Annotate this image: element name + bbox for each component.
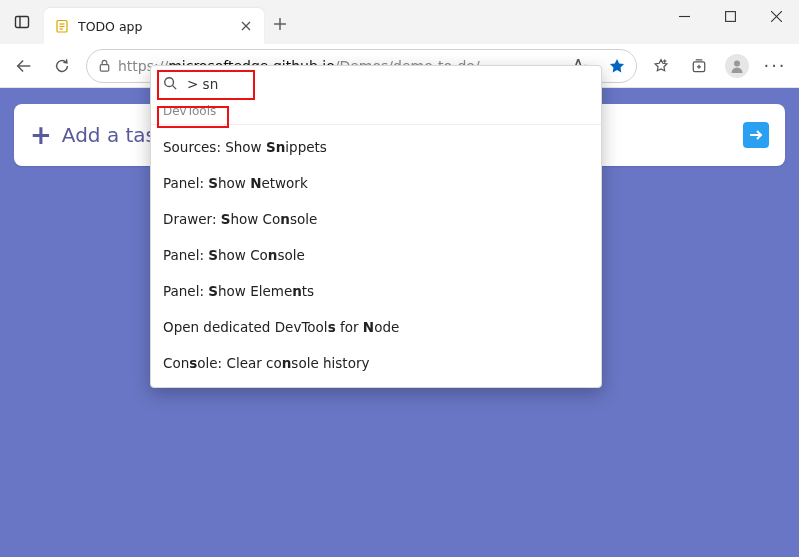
maximize-button[interactable] (707, 0, 753, 32)
svg-point-22 (734, 60, 740, 66)
svg-line-25 (173, 85, 177, 89)
svg-rect-11 (725, 11, 735, 21)
minimize-button[interactable] (661, 0, 707, 32)
tab-actions-button[interactable] (0, 0, 44, 44)
ellipsis-icon: ··· (763, 55, 786, 76)
tab-favicon-notepad-icon (54, 18, 70, 34)
svg-rect-0 (16, 17, 29, 28)
command-search-row (151, 66, 601, 100)
browser-tab[interactable]: TODO app (44, 8, 264, 44)
refresh-button[interactable] (44, 48, 80, 84)
command-item[interactable]: Sources: Show Snippets (151, 129, 601, 165)
search-icon (163, 75, 177, 94)
close-window-button[interactable] (753, 0, 799, 32)
command-section-label: DevTools (151, 100, 601, 125)
command-list: Sources: Show SnippetsPanel: Show Networ… (151, 129, 601, 381)
command-menu: DevTools Sources: Show SnippetsPanel: Sh… (150, 65, 602, 388)
collections-button[interactable] (681, 48, 717, 84)
command-item[interactable]: Drawer: Show Console (151, 201, 601, 237)
tab-close-icon[interactable] (238, 18, 254, 34)
command-item[interactable]: Panel: Show Console (151, 237, 601, 273)
favorites-button[interactable] (643, 48, 679, 84)
profile-avatar[interactable] (725, 54, 749, 78)
command-item[interactable]: Panel: Show Elements (151, 273, 601, 309)
more-menu-button[interactable]: ··· (757, 48, 793, 84)
submit-task-button[interactable] (743, 122, 769, 148)
command-item[interactable]: Open dedicated DevTools for Node (151, 309, 601, 345)
plus-icon: + (30, 122, 52, 148)
window-controls (661, 0, 799, 32)
back-button[interactable] (6, 48, 42, 84)
command-search-input[interactable] (185, 72, 591, 96)
new-tab-button[interactable] (264, 8, 296, 40)
tab-title: TODO app (78, 19, 230, 34)
command-item[interactable]: Panel: Show Network (151, 165, 601, 201)
title-bar: TODO app (0, 0, 799, 44)
site-info-lock-icon[interactable] (97, 58, 112, 73)
command-item[interactable]: Console: Clear console history (151, 345, 601, 381)
add-task-left: + Add a task (30, 122, 168, 148)
svg-rect-15 (100, 65, 108, 72)
favorite-star-icon[interactable] (602, 51, 632, 81)
svg-point-24 (165, 77, 174, 86)
